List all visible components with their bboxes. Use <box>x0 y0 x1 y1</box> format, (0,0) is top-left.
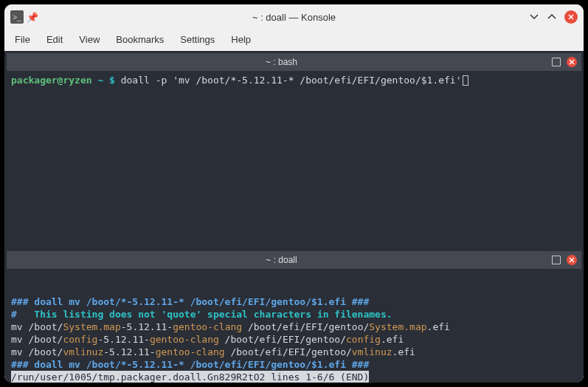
prompt-path: ~ $ <box>92 75 121 86</box>
pane-title: ~ : doall <box>11 255 552 265</box>
titlebar[interactable]: >_ 📌 ~ : doall — Konsole <box>4 4 584 30</box>
output-hash: ### <box>11 359 34 370</box>
pane-close-button[interactable] <box>567 57 577 67</box>
output-hash: ### <box>346 296 369 307</box>
minimize-button[interactable] <box>529 11 539 24</box>
terminal-area: ~ : bash packager@ryzen ~ $ doall -p 'mv… <box>4 51 584 383</box>
window-title: ~ : doall — Konsole <box>69 12 519 23</box>
cursor-icon <box>463 75 468 86</box>
pager-status: /run/user/1005/tmp.packager.doall.Gn829R… <box>11 371 369 383</box>
output-row: mv /boot/System.map-5.12.11-gentoo-clang… <box>11 321 450 332</box>
konsole-window: >_ 📌 ~ : doall — Konsole File Edit View … <box>4 4 584 383</box>
output-cmd: doall mv /boot/*-5.12.11-* /boot/efi/EFI… <box>34 359 346 370</box>
output-note: This listing does not 'quote' special ch… <box>34 309 392 320</box>
close-button[interactable] <box>564 10 578 24</box>
menu-view[interactable]: View <box>79 34 100 45</box>
menu-edit[interactable]: Edit <box>46 34 63 45</box>
pane-header[interactable]: ~ : doall <box>7 251 581 269</box>
pane-header[interactable]: ~ : bash <box>7 53 581 71</box>
pane-maximize-icon[interactable] <box>552 58 561 66</box>
output-hash: # <box>11 309 34 320</box>
output-cmd: doall mv /boot/*-5.12.11-* /boot/efi/EFI… <box>34 296 346 307</box>
terminal-doall[interactable]: ### doall mv /boot/*-5.12.11-* /boot/efi… <box>7 269 581 383</box>
command-input: doall -p 'mv /boot/*-5.12.11-* /boot/efi… <box>121 75 462 86</box>
pane-maximize-icon[interactable] <box>552 256 561 264</box>
menu-bookmarks[interactable]: Bookmarks <box>116 34 164 45</box>
pin-icon[interactable]: 📌 <box>27 12 38 23</box>
output-row: mv /boot/config-5.12.11-gentoo-clang /bo… <box>11 334 404 345</box>
pane-bash: ~ : bash packager@ryzen ~ $ doall -p 'mv… <box>7 53 581 250</box>
prompt-user: packager@ryzen <box>11 75 92 86</box>
menu-settings[interactable]: Settings <box>180 34 215 45</box>
maximize-button[interactable] <box>547 11 557 24</box>
menubar: File Edit View Bookmarks Settings Help <box>4 30 584 51</box>
output-row: mv /boot/vmlinuz-5.12.11-gentoo-clang /b… <box>11 346 415 357</box>
menu-file[interactable]: File <box>15 34 30 45</box>
pane-close-button[interactable] <box>567 255 577 265</box>
menu-help[interactable]: Help <box>231 34 251 45</box>
app-icon: >_ <box>10 10 24 24</box>
pane-title: ~ : bash <box>11 57 552 67</box>
terminal-bash[interactable]: packager@ryzen ~ $ doall -p 'mv /boot/*-… <box>7 71 581 89</box>
output-hash: ### <box>346 359 369 370</box>
pane-doall: ~ : doall ### doall mv /boot/*-5.12.11-*… <box>7 251 581 380</box>
output-hash: ### <box>11 296 34 307</box>
